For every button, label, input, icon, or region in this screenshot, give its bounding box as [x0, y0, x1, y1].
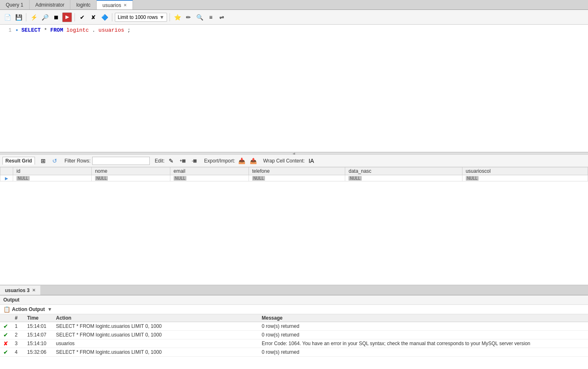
col-data_nasc: data_nasc [345, 167, 462, 175]
output-column-headers: #TimeActionMessage [0, 314, 588, 322]
favorites-button[interactable]: ⭐ [172, 12, 182, 22]
format-icon: ⇌ [219, 14, 224, 21]
execute-all-button[interactable]: ▶ [62, 12, 72, 22]
output-row-num: 2 [12, 331, 24, 339]
filter-input[interactable] [92, 157, 150, 165]
table-row[interactable]: ▶ NULL NULL NULL NULL NULL NULL [0, 175, 588, 181]
sql-editor[interactable]: 1 ● SELECT * FROM logintc . usuarios ; [0, 25, 588, 152]
delete-row-button[interactable]: -▦ [189, 156, 199, 166]
output-row-num: 4 [12, 348, 24, 357]
null-badge-nome: NULL [95, 176, 108, 181]
tab-usuarios[interactable]: usuarios ✕ [97, 0, 133, 9]
output-row[interactable]: ✘315:14:10usuariosError Code: 1064. You … [0, 339, 588, 348]
format-button[interactable]: ⇌ [217, 12, 227, 22]
null-badge-email: NULL [174, 176, 187, 181]
tab-administrator[interactable]: Administrator [30, 0, 71, 9]
separator1 [26, 13, 26, 21]
find-button[interactable]: 🔍 [195, 12, 205, 22]
limit-chevron-icon: ▼ [159, 14, 164, 20]
output-header: Output [0, 295, 588, 305]
sql-table-ref: logintc [66, 27, 89, 33]
separator2 [74, 13, 75, 21]
output-table-container: #TimeActionMessage ✔115:14:01SELECT * FR… [0, 314, 588, 369]
commit-button[interactable]: ✔ [77, 12, 87, 22]
output-row-num: 3 [12, 339, 24, 348]
col-status [0, 314, 12, 322]
word-wrap-button[interactable]: ≡ [206, 12, 216, 22]
save-button[interactable]: 💾 [14, 12, 23, 22]
tab-logintc-label: logintc [76, 2, 91, 8]
sql-keyword-from: FROM [50, 27, 63, 33]
export-button[interactable]: 📤 [248, 156, 258, 166]
result-toolbar: Result Grid ⊞ ↺ Filter Rows: Edit: ✎ +▦ … [0, 155, 588, 167]
output-row-status: ✘ [0, 339, 12, 348]
beautify-button[interactable]: ✏ [184, 12, 193, 22]
sql-button[interactable]: 🔷 [100, 12, 109, 22]
result-section: Result Grid ⊞ ↺ Filter Rows: Edit: ✎ +▦ … [0, 155, 588, 285]
col-time: Time [24, 314, 53, 322]
refresh-button[interactable]: ↺ [50, 156, 60, 166]
bottom-tab-usuarios3[interactable]: usuarios 3 ✕ [0, 285, 40, 295]
sql-line-1: 1 ● SELECT * FROM logintc . usuarios ; [0, 26, 588, 35]
tab-usuarios-close[interactable]: ✕ [123, 3, 127, 7]
new-file-icon: 📄 [4, 14, 11, 21]
output-row-time: 15:14:01 [24, 322, 53, 331]
edit-row-button[interactable]: ✎ [166, 156, 176, 166]
separator3 [112, 13, 112, 21]
limit-dropdown[interactable]: Limit to 1000 rows ▼ [115, 13, 167, 22]
sql-icon: 🔷 [101, 14, 108, 21]
col-#: # [12, 314, 24, 322]
import-button[interactable]: 📥 [237, 156, 246, 166]
wrap-content-button[interactable]: IA [307, 156, 316, 166]
edit-label: Edit: [155, 158, 165, 164]
beautify-icon: ✏ [186, 14, 191, 21]
rollback-button[interactable]: ✘ [88, 12, 98, 22]
output-row[interactable]: ✔115:14:01SELECT * FROM logintc.usuarios… [0, 322, 588, 331]
selector-chevron-icon: ▼ [47, 306, 52, 312]
output-row-status: ✔ [0, 322, 12, 331]
explain-button[interactable]: 🔎 [40, 12, 50, 22]
column-headers: id nome email telefone data_nasc usuario… [0, 167, 588, 175]
output-row-action: usuarios [53, 339, 258, 348]
col-telefone: telefone [249, 167, 345, 175]
output-row[interactable]: ✔415:32:06SELECT * FROM logintc.usuarios… [0, 348, 588, 357]
col-message: Message [258, 314, 588, 322]
execute-button[interactable]: ⚡ [29, 12, 39, 22]
stop-button[interactable]: ⏹ [51, 12, 61, 22]
sql-table-name: usuarios [98, 27, 124, 33]
output-selector-icon: 📋 [3, 306, 10, 313]
output-row-action: SELECT * FROM logintc.usuarios LIMIT 0, … [53, 348, 258, 357]
rollback-icon: ✘ [91, 14, 96, 21]
output-row-message: 0 row(s) returned [258, 331, 588, 339]
output-row-time: 15:14:07 [24, 331, 53, 339]
output-table: #TimeActionMessage ✔115:14:01SELECT * FR… [0, 314, 588, 357]
new-file-button[interactable]: 📄 [2, 12, 12, 22]
tab-query1-label: Query 1 [6, 2, 23, 8]
tabs-bar: Query 1 Administrator logintc usuarios ✕ [0, 0, 588, 10]
main-content: 📄 💾 ⚡ 🔎 ⏹ ▶ ✔ ✘ 🔷 Limit to 1000 rows [0, 10, 588, 369]
col-usuarioscol: usuarioscol [462, 167, 588, 175]
grid-columns-button[interactable]: ⊞ [38, 156, 48, 166]
row-indicator-header [0, 167, 13, 175]
insert-row-button[interactable]: +▦ [178, 156, 188, 166]
sql-semicolon: ; [128, 27, 131, 33]
insert-row-icon: +▦ [180, 158, 186, 163]
sql-dot: . [92, 27, 95, 33]
line-number-1: 1 [3, 26, 12, 35]
action-output-label: Action Output [12, 306, 45, 312]
query-toolbar: 📄 💾 ⚡ 🔎 ⏹ ▶ ✔ ✘ 🔷 Limit to 1000 rows [0, 10, 588, 25]
output-row[interactable]: ✔215:14:07SELECT * FROM logintc.usuarios… [0, 331, 588, 339]
execute-all-icon: ▶ [65, 14, 69, 20]
separator4 [170, 13, 170, 21]
refresh-icon: ↺ [52, 158, 57, 164]
find-icon: 🔍 [196, 14, 203, 21]
bottom-tab-close[interactable]: ✕ [32, 288, 35, 292]
tab-query1[interactable]: Query 1 [0, 0, 30, 9]
output-selector: 📋 Action Output ▼ [3, 306, 52, 313]
tab-logintc[interactable]: logintc [70, 0, 97, 9]
line-dot-1: ● [16, 26, 18, 35]
row-indicator: ▶ [4, 176, 9, 181]
result-grid-label[interactable]: Result Grid [2, 157, 35, 165]
output-row-action: SELECT * FROM logintc.usuarios LIMIT 0, … [53, 322, 258, 331]
limit-label: Limit to 1000 rows [118, 14, 158, 20]
